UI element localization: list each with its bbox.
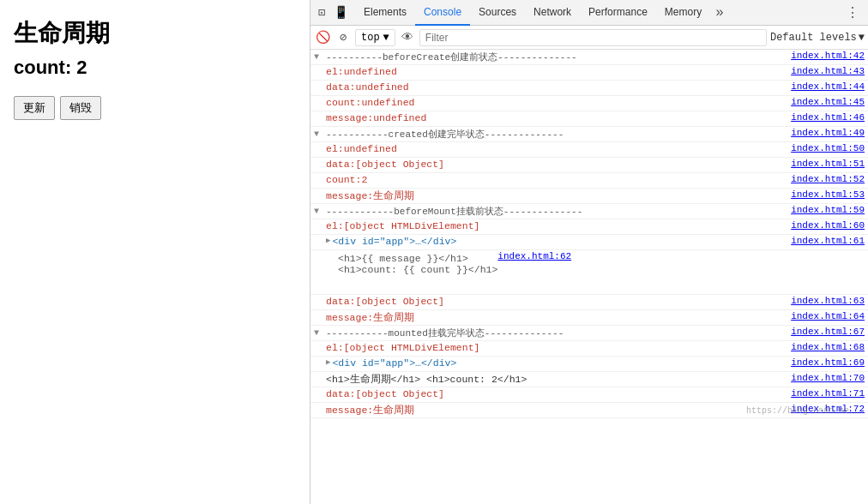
context-label: top <box>361 32 380 44</box>
log-text: message:undefined <box>326 112 791 123</box>
log-file-link[interactable]: index.html:49 <box>791 128 868 138</box>
log-text: <h1>生命周期</h1> <h1>count: 2</h1> <box>326 373 791 386</box>
log-text: data:[object Object] <box>326 296 791 307</box>
log-text: count:undefined <box>326 97 791 108</box>
log-file-link[interactable]: index.html:60 <box>791 220 868 231</box>
log-line: data:undefined index.html:44 <box>310 81 868 96</box>
log-line: ▶ <div id="app">…</div> index.html:69 <box>310 357 868 372</box>
update-button[interactable]: 更新 <box>14 96 55 120</box>
destroy-button[interactable]: 销毁 <box>60 96 101 120</box>
log-text: el:undefined <box>326 143 791 154</box>
log-file-link[interactable]: index.html:68 <box>791 342 868 352</box>
log-text: count:2 <box>326 174 791 185</box>
tab-elements[interactable]: Elements <box>355 0 415 26</box>
log-file-link[interactable]: index.html:71 <box>791 388 868 399</box>
log-line: ▼ -----------mounted挂载完毕状态--------------… <box>310 326 868 341</box>
log-levels-chevron: ▼ <box>859 32 865 44</box>
log-file-link[interactable]: index.html:64 <box>791 311 868 321</box>
log-file-link[interactable]: index.html:46 <box>791 112 868 123</box>
filter-input[interactable] <box>419 29 767 46</box>
log-text: data:undefined <box>326 81 791 93</box>
log-file-link[interactable]: index.html:69 <box>791 357 868 368</box>
log-file-link[interactable]: index.html:61 <box>791 236 868 246</box>
tab-console[interactable]: Console <box>415 0 470 26</box>
triangle-icon[interactable]: ▼ <box>314 51 326 62</box>
log-file-link[interactable]: index.html:67 <box>791 327 868 337</box>
left-panel: 生命周期 count: 2 更新 销毁 <box>0 0 310 504</box>
count-display: count: 2 <box>14 57 296 79</box>
watermark: https://blog.csdn.ne... <box>743 405 868 417</box>
clear-console-icon[interactable]: 🚫 <box>314 29 331 46</box>
expand-icon[interactable]: ▶ <box>326 357 330 367</box>
log-text: ----------beforeCreate创建前状态-------------… <box>326 51 791 63</box>
log-text: message:生命周期 <box>326 311 791 324</box>
log-text: <div id="app">…</div> <box>332 357 791 369</box>
log-file-link[interactable]: index.html:45 <box>791 97 868 107</box>
log-file-link[interactable]: index.html:42 <box>791 51 868 61</box>
log-text: message:生命周期 <box>326 189 791 202</box>
log-line: <h1>生命周期</h1> <h1>count: 2</h1> index.ht… <box>310 372 868 387</box>
log-levels-label: Default levels <box>770 32 857 44</box>
log-line-code-block: <h1>{{ message }}</h1> <h1>count: {{ cou… <box>310 250 868 295</box>
console-output: ▼ ----------beforeCreate创建前状态-----------… <box>310 50 868 504</box>
expand-icon[interactable]: ▶ <box>326 236 330 245</box>
log-line: message:生命周期 index.html:72 https://blog.… <box>310 403 868 418</box>
tab-sources[interactable]: Sources <box>470 0 525 26</box>
log-file-link[interactable]: index.html:43 <box>791 66 868 76</box>
log-line: message:生命周期 index.html:64 <box>310 310 868 326</box>
log-line: data:[object Object] index.html:71 <box>310 387 868 403</box>
devtools-panel: ⊡ 📱 Elements Console Sources Network Per… <box>310 0 868 504</box>
code-line: <h1>count: {{ count }}</h1> <box>338 264 497 275</box>
log-file-link[interactable]: index.html:51 <box>791 159 868 169</box>
log-text: <div id="app">…</div> <box>332 236 791 247</box>
log-line: ▼ -----------created创建完毕状态--------------… <box>310 127 868 142</box>
log-file-link[interactable]: index.html:50 <box>791 143 868 153</box>
button-group: 更新 销毁 <box>14 96 296 120</box>
log-line: data:[object Object] index.html:63 <box>310 295 868 310</box>
tab-performance[interactable]: Performance <box>580 0 656 26</box>
log-line: ▼ ----------beforeCreate创建前状态-----------… <box>310 50 868 65</box>
code-block: <h1>{{ message }}</h1> <h1>count: {{ cou… <box>338 251 497 277</box>
context-selector[interactable]: top ▼ <box>355 29 395 46</box>
devtools-menu-icon[interactable]: ⋮ <box>841 1 865 25</box>
log-text: el:undefined <box>326 66 791 77</box>
log-file-link[interactable]: index.html:53 <box>791 189 868 200</box>
log-levels-selector[interactable]: Default levels ▼ <box>770 32 865 44</box>
log-text: el:[object HTMLDivElement] <box>326 220 791 231</box>
eye-icon[interactable]: 👁 <box>399 29 416 46</box>
log-text: -----------mounted挂载完毕状态-------------- <box>326 327 791 339</box>
log-text: -----------created创建完毕状态-------------- <box>326 128 791 141</box>
log-file-link[interactable]: index.html:70 <box>791 373 868 383</box>
tab-icon-group: ⊡ 📱 <box>314 5 348 21</box>
log-file-link[interactable]: index.html:44 <box>791 81 868 92</box>
log-text: data:[object Object] <box>326 388 791 399</box>
log-line: el:undefined index.html:43 <box>310 65 868 81</box>
page-title: 生命周期 <box>14 17 296 50</box>
log-text: message:生命周期 <box>326 404 791 417</box>
tab-memory[interactable]: Memory <box>656 0 710 26</box>
code-line: <h1>{{ message }}</h1> <box>338 253 497 264</box>
log-line: el:[object HTMLDivElement] index.html:60 <box>310 219 868 235</box>
tab-network[interactable]: Network <box>525 0 580 26</box>
log-file-link[interactable]: index.html:63 <box>791 296 868 306</box>
log-line: count:undefined index.html:45 <box>310 96 868 111</box>
log-line: el:[object HTMLDivElement] index.html:68 <box>310 341 868 357</box>
filter-icon[interactable]: ⊘ <box>335 29 352 46</box>
devtools-tabs-bar: ⊡ 📱 Elements Console Sources Network Per… <box>310 0 868 26</box>
triangle-icon[interactable]: ▼ <box>314 205 326 216</box>
log-line: el:undefined index.html:50 <box>310 142 868 158</box>
log-file-link[interactable]: index.html:52 <box>791 174 868 184</box>
log-line: count:2 index.html:52 <box>310 173 868 189</box>
log-line: message:undefined index.html:46 <box>310 111 868 127</box>
device-icon[interactable]: 📱 <box>333 5 348 21</box>
inspect-icon[interactable]: ⊡ <box>314 5 329 21</box>
triangle-icon[interactable]: ▼ <box>314 128 326 139</box>
triangle-icon[interactable]: ▼ <box>314 327 326 338</box>
console-toolbar: 🚫 ⊘ top ▼ 👁 Default levels ▼ <box>310 26 868 50</box>
log-file-link[interactable]: index.html:62 <box>497 251 575 261</box>
log-line: data:[object Object] index.html:51 <box>310 158 868 173</box>
log-line: ▼ ------------beforeMount挂载前状态----------… <box>310 204 868 219</box>
more-tabs-icon[interactable]: » <box>710 2 729 24</box>
log-line: message:生命周期 index.html:53 <box>310 189 868 204</box>
log-file-link[interactable]: index.html:59 <box>791 205 868 215</box>
